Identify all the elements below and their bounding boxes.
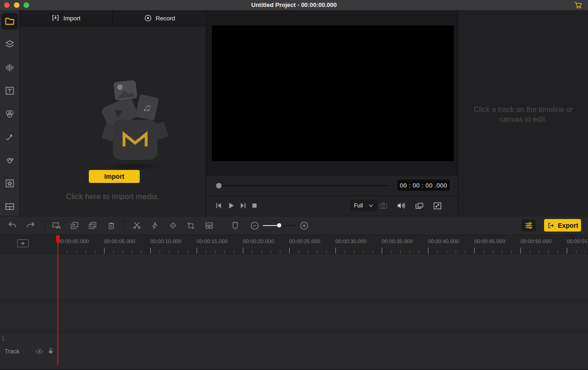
zoom-out-icon — [249, 220, 260, 231]
playhead[interactable] — [56, 235, 60, 365]
cut-clip-button[interactable] — [51, 220, 62, 231]
timeline-ruler[interactable]: 00:00:00.000 00:00:05.000 00:00:10.000 0… — [0, 235, 588, 254]
sidebar-item-text[interactable] — [1, 82, 18, 99]
duplicate-window-button[interactable] — [414, 200, 425, 211]
toolbar-separator — [45, 219, 45, 232]
chevron-down-icon — [369, 204, 373, 207]
duplicate-window-icon — [415, 201, 424, 211]
keyframe-button[interactable] — [167, 220, 179, 231]
toolbar-separator — [124, 219, 125, 232]
volume-icon — [396, 201, 406, 211]
timecode-display: 00 : 00 : 00 .000 — [397, 180, 450, 191]
zoom-in-icon — [299, 220, 309, 231]
tool-sidebar — [0, 10, 19, 216]
track-name: Track — [5, 348, 19, 355]
ruler-label: 00:00:40.000 — [428, 238, 459, 244]
sidebar-item-elements[interactable] — [1, 36, 18, 53]
timeline-settings-button[interactable] — [521, 219, 536, 232]
stop-button[interactable] — [249, 200, 260, 211]
fullscreen-icon — [433, 201, 442, 211]
text-icon — [4, 85, 15, 96]
eye-icon — [35, 347, 44, 356]
timeline-lane-upper[interactable] — [0, 254, 588, 300]
seek-bar[interactable] — [219, 185, 389, 186]
ruler-label: 00:00:00.000 — [58, 238, 89, 244]
timeline-zoom-slider-thumb[interactable] — [277, 223, 281, 227]
cart-icon[interactable] — [574, 1, 582, 9]
app-logo-box — [113, 120, 157, 160]
ruler-label: 00:00:10.000 — [150, 238, 181, 244]
transitions-icon — [4, 132, 15, 143]
track-visibility-toggle[interactable] — [35, 347, 44, 356]
previous-frame-icon — [214, 201, 224, 211]
import-illustration: ♫ — [75, 68, 193, 175]
app-logo-icon — [121, 130, 149, 150]
media-panel: Import Record ♫ — [19, 10, 206, 216]
ruler-label: 00:00:35.000 — [382, 238, 413, 244]
undo-button[interactable] — [7, 220, 18, 231]
next-frame-icon — [238, 201, 248, 211]
import-tab-icon — [51, 14, 60, 22]
timeline-lane-middle[interactable] — [0, 300, 588, 332]
preview-panel: 00 : 00 : 00 .000 Full — [206, 10, 458, 216]
ruler-ticks — [58, 248, 588, 254]
preview-scale-value: Full — [354, 202, 363, 209]
import-button[interactable]: Import — [89, 170, 140, 183]
record-tab-icon — [144, 14, 152, 22]
audio-waveform-icon — [4, 62, 15, 73]
play-icon — [226, 201, 236, 211]
ruler-label: 00:00:25.000 — [289, 238, 320, 244]
image-file-icon — [113, 80, 137, 101]
split-clip-button[interactable] — [131, 220, 142, 231]
preview-scale-select[interactable]: Full — [350, 200, 377, 211]
keyframe-diamond-icon — [168, 220, 178, 231]
split-screen-layout-button[interactable] — [204, 220, 215, 231]
next-frame-button[interactable] — [237, 200, 248, 211]
cut-clip-icon — [51, 220, 62, 231]
tab-import[interactable]: Import — [19, 10, 112, 26]
duplicate-clip-button[interactable] — [87, 220, 98, 231]
ruler-label: 00:00:20.000 — [243, 238, 274, 244]
fullscreen-button[interactable] — [432, 200, 443, 211]
sidebar-item-filters[interactable] — [1, 106, 18, 122]
sidebar-item-motion[interactable] — [1, 152, 18, 169]
tab-record-label: Record — [156, 15, 175, 22]
sidebar-item-split-screen[interactable] — [1, 198, 18, 215]
paste-clip-button[interactable] — [69, 220, 80, 231]
adjust-sliders-icon — [524, 220, 534, 231]
export-arrow-icon — [547, 221, 555, 230]
seek-thumb[interactable] — [216, 183, 222, 188]
ruler-label: 00:00:50.000 — [520, 238, 551, 244]
export-button[interactable]: Export — [544, 219, 581, 232]
stop-icon — [249, 201, 260, 211]
import-hint-text: Click here to import media. — [19, 192, 206, 201]
play-button[interactable] — [225, 200, 236, 211]
transport-row: Full — [206, 195, 458, 216]
zoom-in-button[interactable] — [298, 220, 309, 231]
timeline: 00:00:00.000 00:00:05.000 00:00:10.000 0… — [0, 235, 588, 370]
speed-button[interactable] — [149, 220, 160, 231]
sidebar-item-transitions[interactable] — [1, 129, 18, 145]
redo-button[interactable] — [25, 220, 36, 231]
delete-clip-button[interactable] — [105, 220, 117, 231]
volume-button[interactable] — [396, 200, 407, 211]
sidebar-item-effects[interactable] — [1, 175, 18, 192]
snapshot-button[interactable] — [378, 200, 389, 211]
elements-layers-icon — [4, 39, 15, 50]
titlebar: Untitled Project - 00:00:00.000 — [0, 0, 588, 11]
sidebar-item-audio[interactable] — [1, 59, 18, 76]
timeline-track-row[interactable]: 1 Track — [0, 332, 588, 369]
tab-record[interactable]: Record — [112, 10, 206, 26]
track-lock-toggle[interactable] — [46, 346, 56, 356]
crop-button[interactable] — [185, 220, 196, 231]
zoom-out-button[interactable] — [249, 220, 260, 231]
sidebar-item-media[interactable] — [1, 13, 18, 30]
import-dropzone[interactable]: ♫ Import Click here to import media. — [19, 26, 206, 216]
preview-right-buttons — [378, 200, 443, 211]
previous-frame-button[interactable] — [213, 200, 224, 211]
ruler-label: 00:00:05.000 — [104, 238, 135, 244]
motion-icon — [4, 155, 15, 166]
marker-button[interactable] — [229, 220, 241, 231]
window-title: Untitled Project - 00:00:00.000 — [0, 0, 588, 10]
snapshot-camera-icon — [378, 201, 388, 211]
